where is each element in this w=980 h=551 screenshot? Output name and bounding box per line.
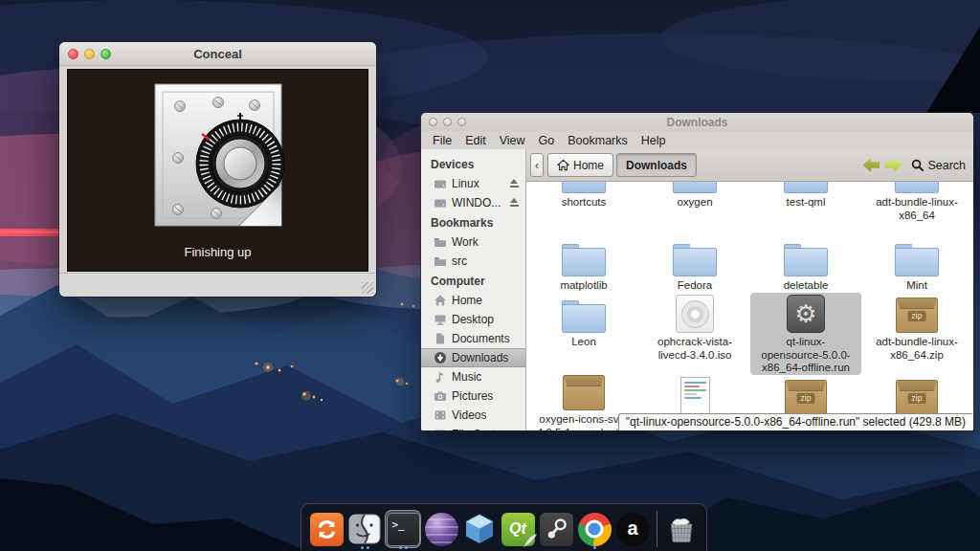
file-item-label: adt-bundle-linux- x86_64 — [874, 196, 960, 222]
sidebar-item-downloads[interactable]: Downloads — [421, 348, 525, 367]
sidebar-item-videos[interactable]: Videos — [421, 406, 525, 425]
sidebar-item-label: Work — [452, 235, 479, 249]
sidebar-item-label: File System — [452, 428, 512, 430]
file-item-adt-bundle-linux-x86-64-zip[interactable]: zipadt-bundle-linux- x86_64.zip — [861, 293, 972, 375]
dock-item-qt-creator[interactable]: Qt — [500, 510, 536, 548]
zip-file-icon: zip — [896, 298, 938, 333]
eject-icon[interactable] — [509, 198, 520, 208]
sidebar-item-label: Videos — [452, 408, 486, 422]
file-item-mint[interactable]: Mint — [861, 237, 972, 293]
file-item-leon[interactable]: Leon — [528, 293, 639, 375]
sidebar-item-work[interactable]: Work — [421, 232, 525, 252]
file-item-ophcrack-vista-livecd-3-4-0-iso[interactable]: ophcrack-vista- livecd-3.4.0.iso — [639, 293, 750, 375]
chrome-icon — [578, 513, 612, 546]
dock-item-amazon[interactable]: a — [614, 510, 651, 548]
sidebar-item-linux[interactable]: Linux — [421, 174, 525, 193]
file-manager-window: Downloads FileEditViewGoBookmarksHelp De… — [421, 113, 973, 430]
sidebar-section-computer: Computer — [421, 271, 525, 291]
sidebar-item-home[interactable]: Home — [421, 291, 525, 310]
file-item-label: shortcuts — [560, 196, 609, 209]
music-icon — [434, 370, 447, 384]
file-item-label: test-qml — [785, 196, 828, 209]
file-item-adt-bundle-linux-x86-64[interactable]: adt-bundle-linux- x86_64 — [861, 182, 972, 237]
zip-file-icon: zip — [785, 380, 827, 415]
file-manager-window-title: Downloads — [421, 116, 973, 129]
sidebar-item-file-system[interactable]: File System — [421, 425, 525, 430]
trash-icon — [665, 513, 699, 546]
file-item-label: deletable — [782, 279, 831, 293]
folder-file-icon — [562, 182, 606, 193]
file-list-view[interactable]: shortcutsoxygentest-qmladt-bundle-linux-… — [526, 182, 973, 430]
path-downloads-button[interactable]: Downloads — [616, 153, 697, 177]
eclipse-icon — [425, 513, 458, 546]
file-item-oxygen[interactable]: oxygen — [639, 182, 750, 237]
file-item-label: ophcrack-vista- livecd-3.4.0.iso — [656, 336, 734, 362]
menubar: FileEditViewGoBookmarksHelp — [421, 131, 973, 149]
menu-item-bookmarks[interactable]: Bookmarks — [561, 134, 635, 147]
sidebar-item-label: WINDO... — [452, 196, 501, 209]
file-manager-icon — [348, 513, 382, 546]
file-item-fedora[interactable]: Fedora — [639, 237, 750, 293]
dock-item-file-manager[interactable] — [346, 510, 383, 548]
file-item-deletable[interactable]: deletable — [750, 237, 861, 293]
folder-file-icon — [784, 182, 828, 193]
iso-file-icon — [676, 295, 714, 333]
folder-file-icon — [895, 182, 939, 193]
dock-item-virtualbox[interactable] — [461, 510, 498, 548]
search-label: Search — [927, 159, 966, 172]
dock-item-steam[interactable] — [538, 510, 574, 548]
dock-item-terminal[interactable]: >_ — [385, 510, 421, 548]
file-item-test-qml[interactable]: test-qml — [750, 182, 861, 237]
menu-item-view[interactable]: View — [493, 134, 532, 147]
forward-arrow-button[interactable] — [884, 158, 902, 172]
dock-item-chrome[interactable] — [576, 510, 612, 548]
dock-item-update-manager[interactable] — [308, 510, 345, 548]
search-button[interactable]: Search — [911, 159, 966, 172]
drive-icon — [434, 196, 447, 209]
sidebar-item-label: Downloads — [452, 351, 508, 364]
file-item-label: oxygen — [675, 196, 714, 209]
eject-icon[interactable] — [509, 179, 520, 188]
menu-item-go[interactable]: Go — [532, 134, 562, 147]
dock-item-trash[interactable] — [663, 510, 700, 548]
resize-grip[interactable] — [362, 282, 373, 294]
menu-item-file[interactable]: File — [426, 134, 458, 147]
document-icon — [434, 332, 447, 345]
file-item-matplotlib[interactable]: matplotlib — [528, 237, 639, 293]
safe-icon — [147, 82, 289, 233]
sidebar-item-documents[interactable]: Documents — [421, 329, 525, 348]
sidebar-item-desktop[interactable]: Desktop — [421, 310, 525, 329]
sidebar-item-label: Home — [452, 294, 482, 307]
sidebar-item-src[interactable]: src — [421, 252, 525, 271]
home-button[interactable]: Home — [547, 153, 613, 177]
dock-separator — [657, 511, 657, 547]
sidebar-item-label: Music — [452, 370, 481, 384]
conceal-content: Finishing up — [67, 69, 368, 272]
back-arrow-button[interactable] — [862, 158, 880, 172]
file-item-label: matplotlib — [558, 279, 609, 293]
conceal-footer — [59, 273, 376, 297]
sidebar-section-bookmarks: Bookmarks — [421, 212, 525, 232]
sidebar-item-label: Linux — [452, 177, 479, 190]
menu-item-help[interactable]: Help — [635, 134, 673, 147]
sidebar-item-music[interactable]: Music — [421, 367, 525, 386]
sidebar-item-pictures[interactable]: Pictures — [421, 386, 525, 406]
file-manager-titlebar[interactable]: Downloads — [421, 113, 973, 131]
conceal-window: Conceal — [59, 42, 376, 297]
folder-icon — [434, 254, 447, 268]
file-item-qt-linux-opensource-5-0-0-x86-64-offline-run[interactable]: ⚙qt-linux- opensource-5.0.0- x86_64-offl… — [750, 293, 861, 375]
folder-file-icon — [673, 244, 717, 276]
qt-creator-icon: Qt — [501, 513, 535, 546]
conceal-titlebar[interactable]: Conceal — [59, 42, 376, 66]
sidebar: DevicesLinuxWINDO...BookmarksWorksrcComp… — [421, 149, 526, 430]
virtualbox-icon — [463, 513, 497, 546]
menu-item-edit[interactable]: Edit — [458, 134, 493, 147]
dock-item-eclipse[interactable] — [423, 510, 459, 548]
amazon-icon: a — [616, 513, 650, 546]
sidebar-item-windo-[interactable]: WINDO... — [421, 193, 525, 212]
desktop: Conceal — [0, 0, 980, 551]
drive-icon — [434, 177, 447, 190]
path-scroll-left-button[interactable]: ‹ — [530, 153, 544, 177]
sidebar-section-devices: Devices — [421, 154, 525, 174]
file-item-shortcuts[interactable]: shortcuts — [528, 182, 639, 237]
